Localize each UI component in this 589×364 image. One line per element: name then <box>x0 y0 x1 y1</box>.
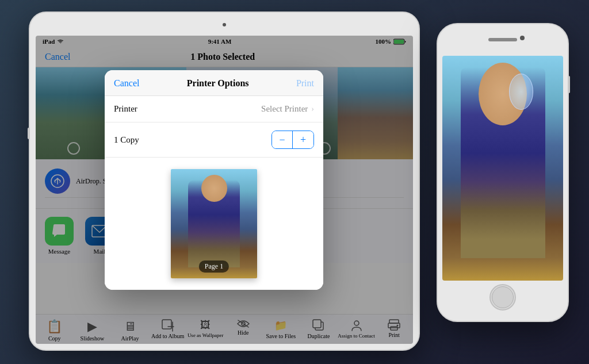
ipad-device: iPad 9:41 AM 100% <box>29 12 420 351</box>
iphone-camera <box>520 36 525 40</box>
ipad-camera <box>223 23 226 26</box>
ipad-content: iPad 9:41 AM 100% <box>36 36 413 344</box>
ipad-side-button <box>28 128 30 139</box>
increment-button[interactable]: + <box>293 131 313 148</box>
dialog-print-button[interactable]: Print <box>296 78 314 89</box>
printer-options-dialog: Cancel Printer Options Print Printer Sel… <box>105 70 323 290</box>
dialog-cancel-button[interactable]: Cancel <box>114 78 139 89</box>
preview-photo: Page 1 <box>171 169 257 278</box>
scene: iPad 9:41 AM 100% <box>0 0 589 364</box>
iphone-speaker <box>488 38 517 41</box>
decrement-button[interactable]: − <box>272 131 293 148</box>
ipad-screen: iPad 9:41 AM 100% <box>36 36 413 344</box>
dialog-preview: Page 1 <box>105 158 323 290</box>
printer-row[interactable]: Printer Select Printer › <box>105 96 323 122</box>
iphone-home-inner <box>492 286 514 308</box>
copy-row: 1 Copy − + <box>105 122 323 158</box>
select-printer-text: Select Printer <box>261 104 308 114</box>
copy-controls: − + <box>271 131 314 149</box>
iphone-photo-bg <box>442 56 563 281</box>
printer-label: Printer <box>114 104 137 114</box>
iphone-screen <box>442 56 563 281</box>
iphone-device <box>437 23 569 322</box>
iphone-home-button[interactable] <box>489 284 516 311</box>
dialog-header: Cancel Printer Options Print <box>105 70 323 96</box>
dialog-body: Printer Select Printer › 1 Copy − + <box>105 96 323 290</box>
copy-label: 1 Copy <box>114 135 139 145</box>
iphone-side-button <box>568 76 570 93</box>
chevron-icon: › <box>311 105 314 114</box>
page-indicator: Page 1 <box>199 260 229 273</box>
printer-value: Select Printer › <box>261 104 314 114</box>
dialog-title: Printer Options <box>187 78 249 89</box>
